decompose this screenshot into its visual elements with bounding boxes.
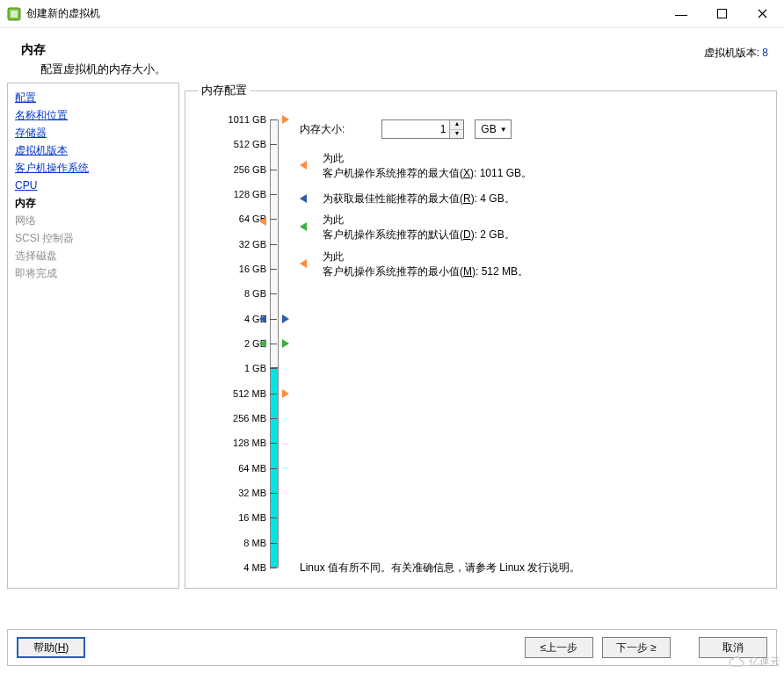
sidebar-step-8: SCSI 控制器 <box>15 229 171 247</box>
triangle-left-icon <box>300 222 307 231</box>
close-button[interactable] <box>742 1 782 27</box>
page-title: 内存 <box>21 42 704 58</box>
memory-slider[interactable]: 1011 GB512 GB256 GB128 GB64 GB32 GB16 GB… <box>201 114 286 580</box>
triangle-left-icon <box>300 194 307 203</box>
best-perf-marker-r[interactable] <box>282 315 289 323</box>
memory-recommendation-2[interactable]: 为此客户机操作系统推荐的默认值(D): 2 GB。 <box>300 213 767 242</box>
cancel-button[interactable]: 取消 <box>699 637 767 658</box>
spinner-down-icon[interactable]: ▼ <box>450 130 463 139</box>
next-button[interactable]: 下一步 ≥ <box>602 637 671 658</box>
memory-unit-select[interactable]: GB ▼ <box>475 119 511 139</box>
memory-size-label: 内存大小: <box>300 122 345 137</box>
sidebar-step-7: 网络 <box>15 212 171 229</box>
memory-unit-value: GB <box>481 123 496 135</box>
sidebar-step-6: 内存 <box>15 194 171 212</box>
wizard-footer: 帮助(H) ≤上一步 下一步 ≥ 取消 <box>7 629 777 666</box>
memory-recommendation-0[interactable]: 为此客户机操作系统推荐的最大值(X): 1011 GB。 <box>300 151 767 181</box>
memory-recommendation-1[interactable]: 为获取最佳性能推荐的最大值(R): 4 GB。 <box>300 192 767 206</box>
slider-tick: 1 GB <box>244 363 266 373</box>
wizard-header: 内存 配置虚拟机的内存大小。 虚拟机版本: 8 <box>0 28 784 83</box>
sidebar-step-10: 即将完成 <box>15 264 171 282</box>
slider-tick: 512 MB <box>233 388 266 399</box>
page-subtitle: 配置虚拟机的内存大小。 <box>40 62 704 77</box>
slider-tick: 128 MB <box>233 438 266 448</box>
slider-tick: 128 GB <box>234 189 266 199</box>
slider-tick: 32 GB <box>239 239 266 250</box>
svg-rect-2 <box>717 10 726 18</box>
sidebar-step-5[interactable]: CPU <box>15 177 171 194</box>
default-marker[interactable] <box>259 339 266 348</box>
chevron-down-icon: ▼ <box>500 126 507 134</box>
sidebar-step-3[interactable]: 虚拟机版本 <box>15 141 171 159</box>
svg-rect-1 <box>11 11 18 18</box>
sidebar-step-9: 选择磁盘 <box>15 247 171 264</box>
slider-tick: 1011 GB <box>229 114 266 125</box>
spinner-up-icon[interactable]: ▲ <box>450 120 463 130</box>
triangle-left-icon <box>300 161 307 170</box>
window-title: 创建新的虚拟机 <box>26 6 100 21</box>
sidebar-step-2[interactable]: 存储器 <box>15 124 171 141</box>
max-os-marker[interactable] <box>259 217 266 226</box>
wizard-steps-sidebar: 配置名称和位置存储器虚拟机版本客户机操作系统CPU内存网络SCSI 控制器选择磁… <box>7 83 179 589</box>
memory-recommendation-3[interactable]: 为此客户机操作系统推荐的最小值(M): 512 MB。 <box>300 250 767 279</box>
memory-config-group: 内存配置 1011 GB512 GB256 GB128 GB64 GB32 GB… <box>185 83 777 589</box>
memory-config-legend: 内存配置 <box>198 83 250 98</box>
back-button[interactable]: ≤上一步 <box>525 637 593 658</box>
slider-tick: 8 MB <box>243 538 266 548</box>
sidebar-step-4[interactable]: 客户机操作系统 <box>15 159 171 177</box>
maximize-button[interactable] <box>701 1 742 27</box>
vm-version-label: 虚拟机版本: 8 <box>704 46 768 61</box>
titlebar: 创建新的虚拟机 — <box>0 0 784 28</box>
slider-tick: 16 GB <box>239 264 266 274</box>
memory-size-input[interactable] <box>382 120 449 138</box>
default-marker-r[interactable] <box>282 339 289 348</box>
memory-size-stepper[interactable]: ▲ ▼ <box>381 119 464 139</box>
slider-tick: 4 MB <box>243 562 266 573</box>
slider-tick: 256 GB <box>234 164 266 175</box>
slider-tick: 512 GB <box>234 139 266 149</box>
slider-tick: 16 MB <box>238 512 266 523</box>
triangle-left-icon <box>300 259 307 268</box>
help-button[interactable]: 帮助(H) <box>17 637 85 658</box>
min-marker[interactable] <box>282 389 289 398</box>
memory-footnote: Linux 值有所不同。有关准确信息，请参考 Linux 发行说明。 <box>300 561 580 575</box>
slider-tick: 8 GB <box>244 288 266 299</box>
slider-tick: 64 MB <box>238 463 266 474</box>
max-supported-marker[interactable] <box>282 115 289 124</box>
sidebar-step-1[interactable]: 名称和位置 <box>15 106 171 124</box>
app-icon <box>7 7 21 21</box>
minimize-button[interactable]: — <box>661 1 701 27</box>
slider-tick: 256 MB <box>233 413 266 423</box>
slider-tick: 32 MB <box>238 488 266 498</box>
best-perf-marker[interactable] <box>259 315 266 323</box>
sidebar-step-0[interactable]: 配置 <box>15 89 171 106</box>
